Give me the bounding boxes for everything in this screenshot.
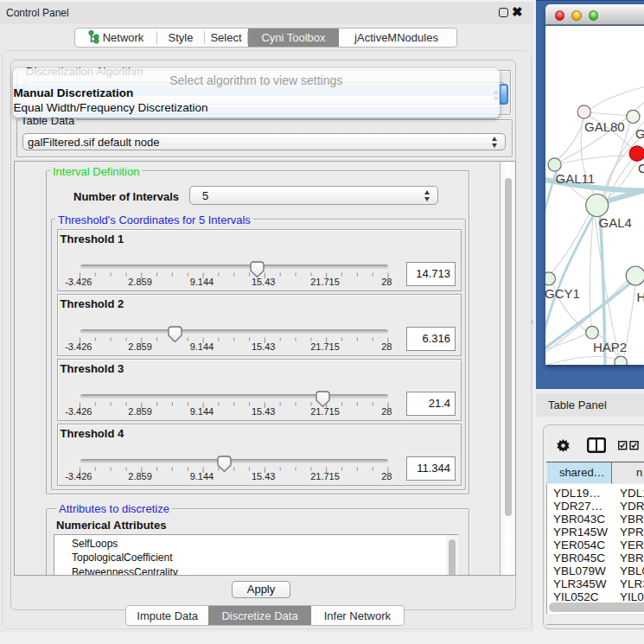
svg-text:GA: GA (635, 125, 644, 140)
svg-text:H: H (637, 289, 644, 303)
svg-text:CY: CY (638, 160, 644, 175)
svg-text:HAP2: HAP2 (593, 340, 627, 354)
svg-text:GAL11: GAL11 (556, 171, 596, 186)
svg-text:GAL80: GAL80 (584, 119, 625, 134)
svg-text:GAL4: GAL4 (599, 215, 632, 230)
svg-text:GCY1: GCY1 (545, 286, 580, 301)
